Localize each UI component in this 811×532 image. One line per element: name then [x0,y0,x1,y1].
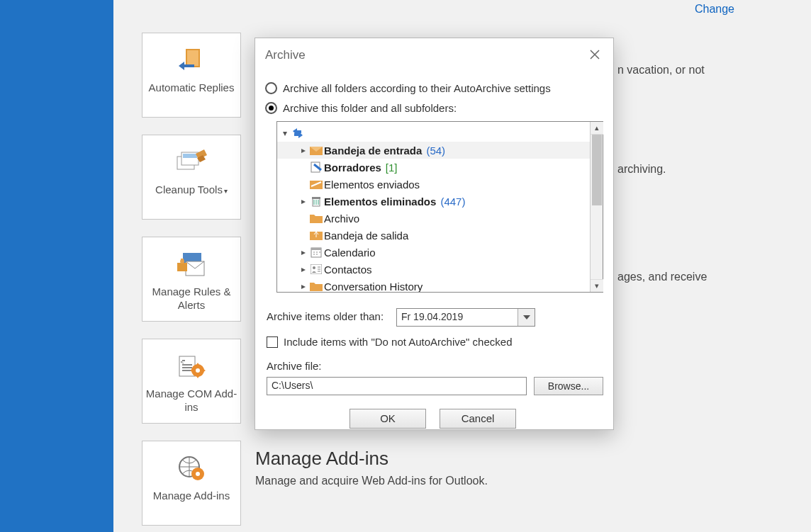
radio-this-folder[interactable]: Archive this folder and all subfolders: [265,102,457,114]
outbox-icon [308,230,324,240]
manage-addins-label: Manage Add-ins [142,489,240,503]
ok-button[interactable]: OK [349,409,426,429]
tree-calendar[interactable]: ▸ Calendario [277,244,590,261]
tree-archive-label: Archivo [324,213,359,225]
tree-deleted[interactable]: ▸ Elementos eliminados (447) [277,193,590,210]
expand-icon: ▸ [298,247,308,257]
expand-icon: ▸ [298,145,308,155]
svg-point-26 [313,266,315,269]
manage-addins-button[interactable]: Manage Add-ins [142,441,241,526]
radio-this-label: Archive this folder and all subfolders: [283,102,457,114]
section-body: Manage and acquire Web Add-ins for Outlo… [255,475,488,487]
contacts-icon [308,264,324,274]
expand-icon: ▸ [298,264,308,274]
archive-dialog: Archive Archive all folders according to… [255,38,614,430]
automatic-replies-button[interactable]: Automatic Replies [142,33,241,118]
scroll-thumb[interactable] [592,135,602,205]
include-checkbox-label: Include items with "Do not AutoArchive" … [284,336,512,348]
cleanup-tools-label: Cleanup Tools▾ [142,183,240,197]
tree-inbox-count: (54) [426,145,445,157]
expand-icon: ▾ [280,128,290,138]
tree-inbox-label: Bandeja de entrada [324,145,422,157]
inbox-folder-icon [308,145,324,155]
tree-archive[interactable]: Archivo [277,210,590,227]
section-heading: Manage Add-ins [255,448,388,470]
vacation-text: n vacation, or not [617,64,705,77]
archive-file-input[interactable]: C:\Users\ [267,377,527,395]
manage-com-addins-button[interactable]: Manage COM Add-ins [142,339,241,424]
drafts-icon [308,162,324,173]
svg-point-12 [196,368,200,373]
folder-tree: ▾ ▸ Bandeja de entrada (54) Borradores [… [276,121,603,293]
tree-deleted-label: Elementos eliminados [324,196,436,208]
expand-icon: ▸ [298,281,308,291]
svg-rect-21 [312,197,320,199]
receive-text: ages, and receive [617,271,707,283]
older-than-label: Archive items older than: [267,310,384,322]
chevron-down-icon [523,315,530,319]
archive-file-label: Archive file: [267,360,322,372]
tree-calendar-label: Calendario [324,247,376,259]
exchange-icon [290,127,306,140]
manage-com-addins-icon [142,349,240,383]
tree-contacts-label: Contactos [324,264,372,276]
tree-contacts[interactable]: ▸ Contactos [277,261,590,278]
tree-sent-label: Elementos enviados [324,179,420,191]
date-field[interactable]: Fr 19.04.2019 [396,308,535,327]
close-button[interactable] [582,44,608,65]
date-value: Fr 19.04.2019 [397,309,518,326]
sent-icon [308,179,324,189]
app-sidebar [0,0,113,532]
tree-outbox-label: Bandeja de salida [324,230,408,242]
automatic-replies-label: Automatic Replies [142,81,240,95]
radio-icon [265,82,277,94]
tree-deleted-count: (447) [440,196,465,208]
cleanup-tools-icon [142,145,240,179]
tree-inbox[interactable]: ▸ Bandeja de entrada (54) [277,142,590,159]
calendar-icon [308,247,324,258]
tree-conv-label: Conversation History [324,281,423,293]
tree-drafts-count: [1] [386,162,398,174]
scroll-down-button[interactable]: ▾ [591,279,603,292]
radio-all-label: Archive all folders according to their A… [283,82,551,94]
tree-root[interactable]: ▾ [277,125,590,142]
svg-point-15 [196,472,200,476]
dropdown-icon: ▾ [224,187,228,195]
manage-com-addins-label: Manage COM Add-ins [142,387,240,414]
automatic-replies-icon [142,43,240,77]
archiving-text: archiving. [617,163,666,176]
svg-rect-9 [181,259,184,261]
radio-all-folders[interactable]: Archive all folders according to their A… [265,82,551,94]
folder-icon [308,281,324,291]
close-icon [590,50,600,60]
tree-sent[interactable]: Elementos enviados [277,176,590,193]
trash-icon [308,196,324,207]
manage-rules-icon [142,247,240,281]
tree-conversation[interactable]: ▸ Conversation History [277,278,590,292]
scroll-up-button[interactable]: ▴ [591,122,603,135]
manage-rules-button[interactable]: Manage Rules & Alerts [142,237,241,322]
svg-rect-7 [177,263,187,271]
manage-rules-label: Manage Rules & Alerts [142,285,240,312]
dialog-title: Archive [265,48,306,62]
checkbox-icon [267,336,278,348]
radio-checked-icon [265,102,277,114]
include-checkbox-row[interactable]: Include items with "Do not AutoArchive" … [267,336,512,348]
tree-drafts-label: Borradores [324,162,381,174]
change-link[interactable]: Change [695,3,734,16]
svg-rect-24 [311,248,321,250]
svg-rect-1 [187,50,198,66]
svg-rect-4 [183,154,197,158]
cleanup-tools-button[interactable]: Cleanup Tools▾ [142,135,241,220]
date-dropdown-button[interactable] [518,309,535,326]
tree-scrollbar[interactable]: ▴ ▾ [590,122,603,292]
manage-addins-icon [142,451,240,485]
folder-icon [308,213,324,223]
cancel-button[interactable]: Cancel [440,409,516,429]
expand-icon: ▸ [298,196,308,206]
browse-button[interactable]: Browse... [534,377,603,395]
tree-drafts[interactable]: Borradores [1] [277,159,590,176]
tree-outbox[interactable]: Bandeja de salida [277,227,590,244]
